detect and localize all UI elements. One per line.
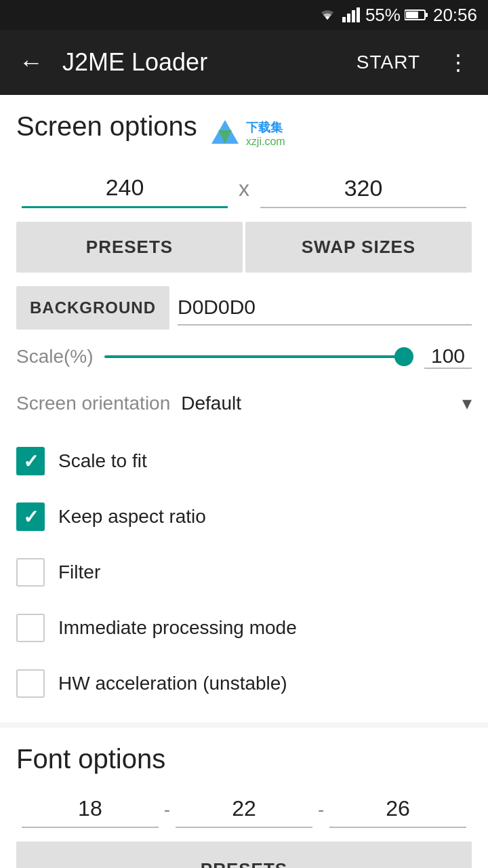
watermark-logo	[208, 117, 242, 151]
checkbox-label-scale-to-fit: Scale to fit	[58, 450, 147, 472]
orientation-select[interactable]: Default ▾	[181, 392, 472, 414]
checkbox-box-keep-aspect-ratio: ✓	[16, 502, 45, 531]
watermark-label: 下载集 xzji.com	[246, 119, 285, 148]
svg-rect-2	[352, 10, 355, 22]
swap-sizes-button[interactable]: SWAP SIZES	[245, 222, 472, 273]
screen-options-header: Screen options 下载集 xzji.com	[16, 111, 472, 155]
font-presets-wrap: PRESETS	[16, 842, 472, 868]
checkbox-box-hw-acceleration	[16, 669, 45, 698]
checkbox-immediate-processing[interactable]: Immediate processing mode	[16, 600, 472, 656]
start-button[interactable]: START	[348, 46, 428, 79]
font-size-2-input[interactable]	[176, 791, 312, 828]
svg-rect-3	[357, 7, 360, 22]
font-size-2-wrap	[176, 791, 312, 828]
checkbox-filter[interactable]: Filter	[16, 545, 472, 600]
font-presets-button[interactable]: PRESETS	[16, 842, 472, 868]
svg-rect-0	[342, 17, 346, 22]
svg-rect-5	[425, 13, 428, 17]
checkbox-label-immediate-processing: Immediate processing mode	[58, 617, 297, 639]
scale-value-wrap: 100	[424, 344, 472, 369]
scale-slider-track	[104, 355, 413, 358]
battery-icon	[405, 9, 429, 21]
scale-label: Scale(%)	[16, 346, 94, 368]
chevron-down-icon: ▾	[462, 392, 472, 414]
font-options-title: Font options	[16, 744, 472, 774]
app-title: J2ME Loader	[62, 48, 335, 77]
background-row: BACKGROUND D0D0D0	[16, 286, 472, 330]
size-buttons-row: PRESETS SWAP SIZES	[16, 222, 472, 273]
font-sep-1: -	[159, 799, 176, 821]
back-button[interactable]: ←	[14, 43, 49, 82]
wifi-icon	[317, 7, 338, 22]
status-bar: 55% 20:56	[0, 0, 488, 30]
checkbox-label-filter: Filter	[58, 561, 100, 583]
checkbox-hw-acceleration[interactable]: HW acceleration (unstable)	[16, 656, 472, 711]
height-input-wrap	[260, 170, 466, 208]
main-content: Screen options 下载集 xzji.com x	[0, 95, 488, 868]
status-icons: 55% 20:56	[317, 5, 477, 26]
orientation-value: Default	[181, 393, 241, 414]
scale-value: 100	[431, 342, 465, 370]
checkbox-box-filter	[16, 558, 45, 587]
checkboxes-list: ✓ Scale to fit ✓ Keep aspect ratio Filte…	[16, 433, 472, 711]
checkbox-box-scale-to-fit: ✓	[16, 447, 45, 475]
checkmark-scale-to-fit: ✓	[23, 450, 39, 473]
svg-rect-1	[347, 14, 350, 22]
scale-row: Scale(%) 100	[16, 343, 472, 370]
checkbox-label-hw-acceleration: HW acceleration (unstable)	[58, 673, 287, 694]
font-options-section: Font options - - PRESETS Values are in S…	[0, 728, 488, 868]
size-row: x	[16, 169, 472, 208]
orientation-label: Screen orientation	[16, 393, 170, 414]
orientation-row[interactable]: Screen orientation Default ▾	[16, 387, 472, 420]
background-value: D0D0D0	[178, 296, 256, 318]
checkbox-scale-to-fit[interactable]: ✓ Scale to fit	[16, 433, 472, 489]
size-separator: x	[228, 176, 260, 201]
checkmark-keep-aspect-ratio: ✓	[23, 506, 39, 528]
font-sep-2: -	[312, 799, 329, 821]
width-input-wrap	[22, 169, 228, 208]
background-button[interactable]: BACKGROUND	[16, 286, 169, 330]
screen-options-section: Screen options 下载集 xzji.com x	[0, 95, 488, 722]
battery-percent: 55%	[365, 5, 401, 26]
checkbox-keep-aspect-ratio[interactable]: ✓ Keep aspect ratio	[16, 489, 472, 545]
font-sizes-row: - -	[16, 791, 472, 828]
time: 20:56	[433, 5, 477, 26]
app-bar: ← J2ME Loader START ⋮	[0, 30, 488, 95]
scale-slider-thumb	[394, 347, 413, 366]
font-size-1-input[interactable]	[22, 791, 159, 828]
height-input[interactable]	[260, 170, 466, 208]
watermark: 下载集 xzji.com	[208, 117, 285, 151]
font-size-1-wrap	[22, 791, 159, 828]
presets-button[interactable]: PRESETS	[16, 222, 243, 273]
svg-rect-6	[406, 12, 418, 18]
font-size-3-input[interactable]	[329, 791, 466, 828]
menu-button[interactable]: ⋮	[442, 44, 474, 81]
checkbox-box-immediate-processing	[16, 614, 45, 642]
width-input[interactable]	[22, 169, 228, 208]
background-value-wrap: D0D0D0	[178, 290, 472, 326]
checkbox-label-keep-aspect-ratio: Keep aspect ratio	[58, 506, 206, 528]
scale-slider-wrap[interactable]	[104, 343, 413, 370]
font-size-3-wrap	[329, 791, 466, 828]
screen-options-title: Screen options	[16, 111, 197, 142]
signal-icon	[342, 7, 361, 22]
